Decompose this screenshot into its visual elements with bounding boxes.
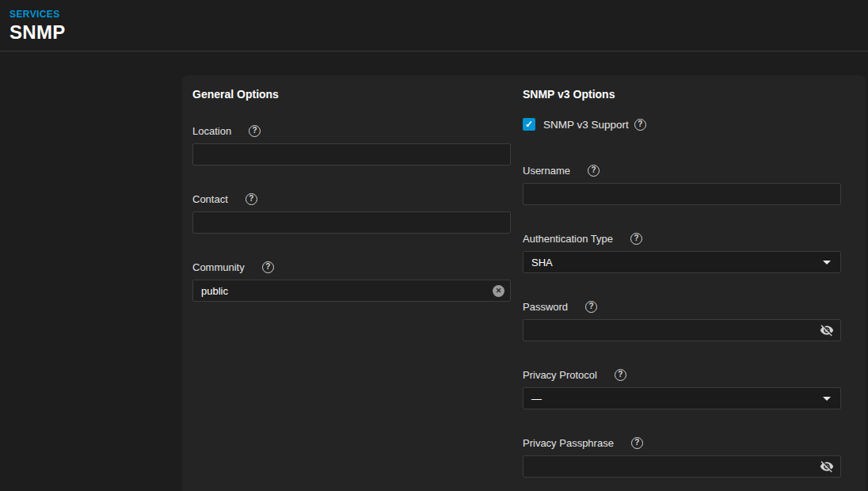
snmp-v3-support-checkbox[interactable]: ✓ <box>523 118 535 131</box>
help-icon[interactable]: ? <box>630 233 642 245</box>
password-label: Password <box>523 301 568 313</box>
password-input[interactable] <box>523 319 841 341</box>
privacy-passphrase-label: Privacy Passphrase <box>523 437 614 449</box>
eye-off-icon[interactable] <box>820 459 834 474</box>
username-label: Username <box>523 165 570 177</box>
location-label: Location <box>192 125 231 137</box>
general-options-title: General Options <box>192 88 511 101</box>
privacy-protocol-label: Privacy Protocol <box>523 369 597 381</box>
snmp-v3-options-title: SNMP v3 Options <box>523 88 841 101</box>
field-contact: Contact ? <box>192 193 511 234</box>
help-icon[interactable]: ? <box>615 369 626 381</box>
field-privacy-protocol: Privacy Protocol ? — <box>523 369 841 409</box>
field-password: Password ? <box>523 301 841 341</box>
snmp-v3-support-label: SNMP v3 Support <box>543 119 629 131</box>
authentication-type-select[interactable]: SHA <box>523 251 841 273</box>
snmp-v3-options-section: SNMP v3 Options ✓ SNMP v3 Support ? User… <box>523 88 841 491</box>
privacy-protocol-value: — <box>531 393 542 405</box>
page-header: SERVICES SNMP <box>0 0 868 51</box>
help-icon[interactable]: ? <box>631 437 643 449</box>
community-input[interactable] <box>192 280 511 302</box>
page-content: General Options Location ? Contact ? <box>0 51 868 490</box>
contact-input[interactable] <box>192 211 511 234</box>
location-input[interactable] <box>192 143 511 166</box>
community-label: Community <box>192 261 245 273</box>
clear-icon[interactable]: ✕ <box>493 285 504 297</box>
privacy-protocol-select[interactable]: — <box>523 387 841 409</box>
privacy-passphrase-input[interactable] <box>523 455 841 478</box>
chevron-down-icon <box>823 261 831 265</box>
field-community: Community ? ✕ <box>192 261 511 302</box>
help-icon[interactable]: ? <box>588 165 600 177</box>
field-authentication-type: Authentication Type ? SHA <box>523 233 841 273</box>
field-privacy-passphrase: Privacy Passphrase ? <box>523 437 841 478</box>
breadcrumb-services[interactable]: SERVICES <box>10 9 60 20</box>
page-title: SNMP <box>10 22 868 43</box>
contact-label: Contact <box>192 193 228 205</box>
chevron-down-icon <box>823 397 831 401</box>
authentication-type-label: Authentication Type <box>523 233 613 245</box>
help-icon[interactable]: ? <box>249 125 261 137</box>
help-icon[interactable]: ? <box>585 301 597 313</box>
help-icon[interactable]: ? <box>246 193 257 205</box>
field-location: Location ? <box>192 125 511 166</box>
authentication-type-value: SHA <box>531 257 553 268</box>
help-icon[interactable]: ? <box>634 119 646 131</box>
snmp-settings-card: General Options Location ? Contact ? <box>182 75 866 491</box>
general-options-section: General Options Location ? Contact ? <box>192 88 511 491</box>
help-icon[interactable]: ? <box>262 261 274 273</box>
username-input[interactable] <box>523 183 841 205</box>
field-username: Username ? <box>523 165 841 205</box>
snmp-v3-support-row[interactable]: ✓ SNMP v3 Support ? <box>523 117 841 131</box>
eye-off-icon[interactable] <box>820 323 834 337</box>
